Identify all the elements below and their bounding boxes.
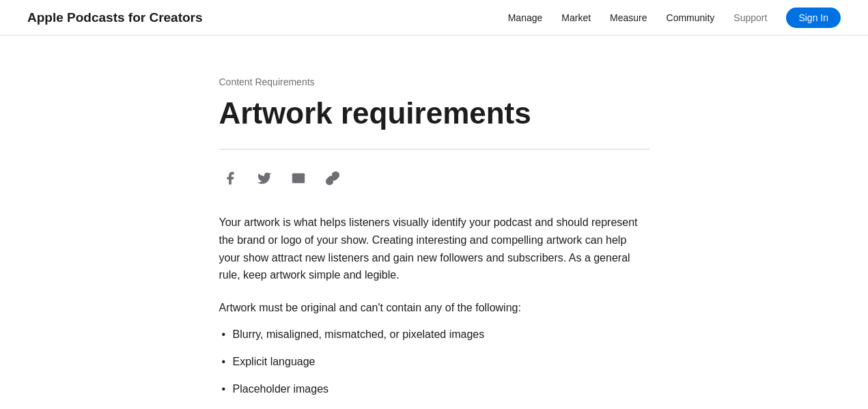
nav-market[interactable]: Market <box>561 12 591 23</box>
nav-manage[interactable]: Manage <box>508 12 543 23</box>
copy-link-button[interactable] <box>322 167 344 189</box>
sign-in-button[interactable]: Sign In <box>786 8 841 28</box>
nav-support[interactable]: Support <box>733 12 767 23</box>
share-icons-bar <box>219 167 649 189</box>
main-nav: Manage Market Measure Community Support … <box>508 8 841 28</box>
page-title: Artwork requirements <box>219 97 649 130</box>
divider <box>219 149 649 150</box>
twitter-icon <box>257 171 272 186</box>
facebook-icon <box>223 171 238 186</box>
list-item: Placeholder images <box>219 380 649 398</box>
facebook-share-button[interactable] <box>219 167 241 189</box>
site-header: Apple Podcasts for Creators Manage Marke… <box>0 0 868 36</box>
body-paragraph: Your artwork is what helps listeners vis… <box>219 214 649 283</box>
link-icon <box>325 171 340 186</box>
bullet-list: Blurry, misaligned, mismatched, or pixel… <box>219 326 649 397</box>
site-logo[interactable]: Apple Podcasts for Creators <box>27 10 203 25</box>
twitter-share-button[interactable] <box>253 167 275 189</box>
main-content: Content Requirements Artwork requirement… <box>206 36 663 409</box>
list-item: Explicit language <box>219 353 649 371</box>
nav-measure[interactable]: Measure <box>610 12 647 23</box>
email-share-button[interactable] <box>288 167 309 189</box>
list-item: Blurry, misaligned, mismatched, or pixel… <box>219 326 649 343</box>
breadcrumb: Content Requirements <box>219 76 649 87</box>
email-icon <box>291 171 306 186</box>
nav-community[interactable]: Community <box>667 12 715 23</box>
list-intro: Artwork must be original and can't conta… <box>219 299 649 317</box>
